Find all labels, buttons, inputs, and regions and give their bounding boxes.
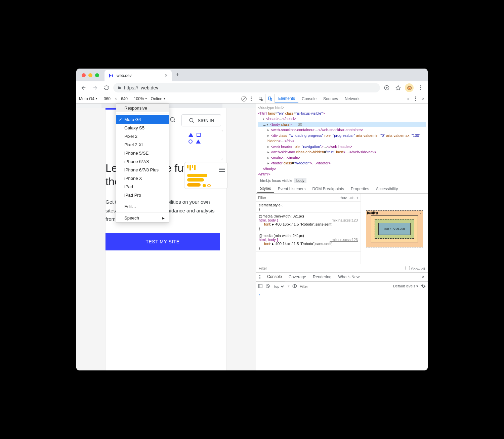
subtab-properties[interactable]: Properties xyxy=(348,185,372,193)
drawer-tab-coverage[interactable]: Coverage xyxy=(285,273,309,281)
drawer-tabs: Console Coverage Rendering What's New × xyxy=(256,272,428,282)
console-sidebar-toggle[interactable] xyxy=(258,284,263,289)
browser-tab[interactable]: web.dev × xyxy=(104,70,172,81)
device-menu-item[interactable]: iPhone 5/SE xyxy=(116,149,169,157)
forward-button[interactable] xyxy=(90,83,100,92)
drawer-close-button[interactable]: × xyxy=(419,275,428,279)
device-menu-item[interactable]: iPad Pro xyxy=(116,191,169,199)
tab-title: web.dev xyxy=(117,73,132,78)
menu-button[interactable] xyxy=(416,83,425,92)
add-rule-button[interactable]: + xyxy=(356,196,359,200)
height-input[interactable]: 640 xyxy=(118,96,130,101)
favicon-icon xyxy=(109,73,114,78)
width-input[interactable]: 360 xyxy=(101,96,113,101)
clear-console-button[interactable] xyxy=(265,284,270,289)
dom-tree[interactable]: <!doctype html> <html lang="en" class="j… xyxy=(256,104,428,177)
signin-button[interactable]: SIGN IN xyxy=(181,114,221,126)
device-menu-item[interactable]: iPad xyxy=(116,183,169,191)
device-toggle-button[interactable] xyxy=(265,94,275,103)
address-field[interactable]: https://web.dev xyxy=(113,83,380,92)
crumb-html[interactable]: html.js-focus-visible xyxy=(258,178,294,183)
maximize-window-button[interactable] xyxy=(95,73,99,77)
tab-console[interactable]: Console xyxy=(298,94,320,103)
install-button[interactable] xyxy=(382,83,391,92)
device-menu-button[interactable] xyxy=(249,95,253,102)
device-menu-item[interactable]: Pixel 2 XL xyxy=(116,141,169,149)
device-menu-edit[interactable]: Edit… xyxy=(116,202,169,211)
subtab-breakpoints[interactable]: DOM Breakpoints xyxy=(309,185,347,193)
new-tab-button[interactable]: + xyxy=(172,72,183,81)
test-site-button[interactable]: TEST MY SITE xyxy=(106,233,220,250)
hov-toggle[interactable]: :hov xyxy=(340,196,347,200)
drawer-menu-button[interactable] xyxy=(256,275,264,279)
device-toolbar: Moto G4▼ 360 × 640 100%▼ Online▼ xyxy=(76,94,256,104)
hero-card-2 xyxy=(184,162,228,189)
url-host: web.dev xyxy=(141,85,158,90)
browser-window: web.dev × + https://web.dev 🐵 Moto G4▼ 3… xyxy=(76,69,428,370)
svg-point-2 xyxy=(190,118,193,122)
dimension-x: × xyxy=(115,96,117,101)
inspect-button[interactable] xyxy=(256,94,265,103)
device-pane: Moto G4▼ 360 × 640 100%▼ Online▼ Respons… xyxy=(76,94,256,370)
log-levels-dropdown[interactable]: Default levels xyxy=(393,284,415,288)
device-menu-item[interactable]: iPhone 6/7/8 Plus xyxy=(116,166,169,174)
drawer-tab-whatsnew[interactable]: What's New xyxy=(335,273,363,281)
tab-close-icon[interactable]: × xyxy=(165,73,168,78)
tab-sources[interactable]: Sources xyxy=(320,94,341,103)
styles-list[interactable]: :hov .cls + element.style {} @media (min… xyxy=(256,194,361,264)
rotate-icon[interactable] xyxy=(241,96,247,102)
device-menu-item[interactable]: iPhone X xyxy=(116,174,169,183)
device-dropdown[interactable]: Moto G4▼ xyxy=(79,96,98,101)
device-menu-item[interactable]: iPhone 6/7/8 xyxy=(116,157,169,166)
box-model: margin- border padding- 360 × 7729.700 xyxy=(361,194,428,264)
dom-breadcrumb: html.js-focus-visible body xyxy=(256,177,428,184)
tab-network[interactable]: Network xyxy=(341,94,363,103)
context-select[interactable]: top xyxy=(273,284,285,289)
more-tabs-icon[interactable]: » xyxy=(405,96,412,101)
url-protocol: https:// xyxy=(124,85,138,90)
subtab-listeners[interactable]: Event Listeners xyxy=(275,185,308,193)
device-menu-item[interactable]: Moto G4 xyxy=(116,115,169,124)
main-split: Moto G4▼ 360 × 640 100%▼ Online▼ Respons… xyxy=(76,94,428,370)
bookmark-button[interactable] xyxy=(393,83,403,92)
computed-filter-input[interactable] xyxy=(259,266,403,270)
console-toolbar: top ▾ Default levels ▾ xyxy=(256,282,428,291)
drawer-tab-console[interactable]: Console xyxy=(264,273,285,281)
devtools-pane: Elements Console Sources Network » × <!d… xyxy=(256,94,428,370)
show-all-checkbox[interactable]: Show all xyxy=(406,266,425,271)
search-icon[interactable] xyxy=(169,116,176,124)
drawer-tab-rendering[interactable]: Rendering xyxy=(309,273,335,281)
devtools-tabs: Elements Console Sources Network » × xyxy=(256,94,428,104)
svg-point-8 xyxy=(294,285,295,287)
crumb-body[interactable]: body xyxy=(294,178,306,183)
zoom-dropdown[interactable]: 100%▼ xyxy=(134,96,148,101)
console-settings-button[interactable] xyxy=(421,284,426,289)
console-output[interactable]: › xyxy=(256,291,428,370)
dom-selected-line[interactable]: …▾<body class> == $0 xyxy=(258,122,426,127)
styles-filter-input[interactable] xyxy=(258,196,340,200)
throttle-dropdown[interactable]: Online▼ xyxy=(151,96,166,101)
profile-avatar[interactable]: 🐵 xyxy=(405,83,414,92)
device-menu-item[interactable]: Pixel 2 xyxy=(116,132,169,141)
styles-pane: :hov .cls + element.style {} @media (min… xyxy=(256,194,428,264)
subtab-accessibility[interactable]: Accessibility xyxy=(373,185,401,193)
cls-toggle[interactable]: .cls xyxy=(349,196,354,200)
svg-rect-6 xyxy=(259,284,262,288)
minimize-window-button[interactable] xyxy=(88,73,92,77)
devtools-menu-button[interactable] xyxy=(412,96,419,101)
devtools-close-button[interactable]: × xyxy=(419,96,428,101)
live-expr-button[interactable] xyxy=(292,284,297,289)
device-menu-speech[interactable]: Speech xyxy=(116,214,169,222)
device-menu-responsive[interactable]: Responsive xyxy=(116,104,169,112)
dimensions: 360 × 640 xyxy=(101,96,130,101)
lock-icon xyxy=(117,85,121,90)
svg-point-1 xyxy=(170,117,174,121)
subtab-styles[interactable]: Styles xyxy=(257,185,274,193)
reload-button[interactable] xyxy=(102,83,111,92)
tab-elements[interactable]: Elements xyxy=(275,94,298,103)
console-filter-input[interactable] xyxy=(300,284,346,288)
close-window-button[interactable] xyxy=(82,73,86,77)
styles-tabs: Styles Event Listeners DOM Breakpoints P… xyxy=(256,184,428,194)
device-menu-item[interactable]: Galaxy S5 xyxy=(116,124,169,132)
back-button[interactable] xyxy=(79,83,88,92)
